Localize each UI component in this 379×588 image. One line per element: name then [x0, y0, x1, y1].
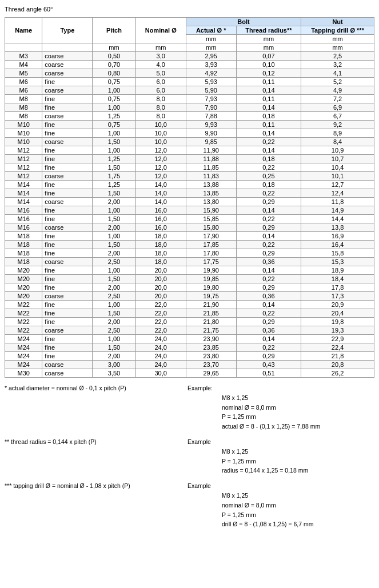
- table-cell: 0,29: [236, 318, 301, 326]
- table-cell: 0,14: [236, 232, 301, 241]
- table-cell: 24,0: [135, 352, 186, 361]
- table-row: M8fine1,008,07,900,146,9: [5, 103, 374, 112]
- table-cell: 0,14: [236, 103, 301, 112]
- table-cell: 6,0: [135, 78, 186, 86]
- table-cell: 20,8: [301, 361, 374, 369]
- note-block-2: ** thread radius = 0,144 x pitch (P) Exa…: [5, 437, 374, 475]
- table-cell: M24: [5, 335, 42, 343]
- table-cell: 13,8: [301, 223, 374, 232]
- table-cell: 10,9: [301, 146, 374, 155]
- example-line: M8 x 1,25: [222, 393, 374, 403]
- table-cell: 0,29: [236, 283, 301, 292]
- group-bolt-header: Bolt: [186, 18, 301, 26]
- table-cell: M24: [5, 361, 42, 369]
- table-cell: 0,22: [236, 309, 301, 318]
- table-cell: 5,90: [186, 86, 236, 95]
- table-cell: M24: [5, 352, 42, 361]
- note-1-example-content: M8 x 1,25nominal Ø = 8,0 mmP = 1,25 mmac…: [222, 393, 374, 431]
- table-cell: 18,0: [135, 258, 186, 266]
- note-2-example: Example M8 x 1,25P = 1,25 mmradius = 0,1…: [187, 437, 374, 475]
- table-cell: 0,75: [93, 78, 135, 86]
- table-cell: 6,9: [301, 103, 374, 112]
- table-cell: 4,92: [186, 69, 236, 78]
- table-cell: coarse: [42, 258, 93, 266]
- table-row: M3coarse0,503,02,950,072,5: [5, 52, 374, 61]
- table-cell: 0,18: [236, 181, 301, 189]
- table-cell: 3,00: [93, 361, 135, 369]
- table-cell: 5,93: [186, 78, 236, 86]
- table-cell: 12,0: [135, 163, 186, 172]
- table-cell: M16: [5, 206, 42, 215]
- table-cell: fine: [42, 78, 93, 86]
- table-cell: 11,8: [301, 198, 374, 206]
- table-cell: 0,25: [236, 172, 301, 181]
- table-cell: 2,00: [93, 223, 135, 232]
- table-cell: 15,8: [301, 249, 374, 258]
- table-cell: 0,36: [236, 258, 301, 266]
- table-cell: M10: [5, 138, 42, 146]
- table-cell: 24,0: [135, 343, 186, 352]
- table-cell: M12: [5, 146, 42, 155]
- table-cell: 3,93: [186, 61, 236, 69]
- table-cell: 0,14: [236, 146, 301, 155]
- table-cell: 0,22: [236, 241, 301, 249]
- table-cell: 0,11: [236, 78, 301, 86]
- table-cell: 0,22: [236, 163, 301, 172]
- table-row: M18fine1,5018,017,850,2216,4: [5, 241, 374, 249]
- table-cell: 4,1: [301, 69, 374, 78]
- table-row: M18coarse2,5018,017,750,3615,3: [5, 258, 374, 266]
- example-line: nominal Ø = 8,0 mm: [222, 501, 374, 510]
- note-1-example-label: Example:: [187, 385, 213, 391]
- table-cell: fine: [42, 181, 93, 189]
- table-cell: coarse: [42, 86, 93, 95]
- table-cell: M14: [5, 189, 42, 198]
- table-cell: 22,0: [135, 318, 186, 326]
- table-cell: 14,0: [135, 198, 186, 206]
- table-cell: 21,75: [186, 326, 236, 335]
- table-cell: 0,12: [236, 69, 301, 78]
- table-cell: 10,4: [301, 163, 374, 172]
- table-cell: 2,5: [301, 52, 374, 61]
- table-cell: 4,0: [135, 61, 186, 69]
- table-row: M20coarse2,5020,019,750,3617,3: [5, 292, 374, 301]
- unit-nominal: mm: [135, 43, 186, 52]
- table-cell: M20: [5, 283, 42, 292]
- table-cell: 8,4: [301, 138, 374, 146]
- table-cell: 2,00: [93, 318, 135, 326]
- table-cell: fine: [42, 155, 93, 163]
- table-row: M10fine0,7510,09,930,119,2: [5, 121, 374, 129]
- table-cell: 17,75: [186, 258, 236, 266]
- table-cell: 8,0: [135, 103, 186, 112]
- table-cell: fine: [42, 95, 93, 103]
- table-cell: M22: [5, 326, 42, 335]
- table-cell: 20,0: [135, 292, 186, 301]
- table-cell: 0,11: [236, 121, 301, 129]
- table-cell: 6,0: [135, 86, 186, 95]
- table-cell: 1,00: [93, 266, 135, 275]
- table-cell: 1,00: [93, 206, 135, 215]
- note-block-3: *** tapping drill Ø = nominal Ø - 1,08 x…: [5, 481, 374, 529]
- table-cell: 14,0: [135, 181, 186, 189]
- table-cell: 19,90: [186, 266, 236, 275]
- table-cell: 30,0: [135, 369, 186, 378]
- table-cell: 0,22: [236, 189, 301, 198]
- table-cell: M12: [5, 155, 42, 163]
- table-cell: 1,25: [93, 112, 135, 121]
- example-line: P = 1,25 mm: [222, 510, 374, 520]
- table-cell: 13,80: [186, 198, 236, 206]
- table-cell: 12,0: [135, 146, 186, 155]
- table-cell: 20,9: [301, 301, 374, 309]
- table-cell: 2,00: [93, 198, 135, 206]
- table-cell: 0,14: [236, 335, 301, 343]
- table-row: M16fine1,5016,015,850,2214,4: [5, 215, 374, 223]
- table-cell: 13,88: [186, 181, 236, 189]
- table-cell: 19,3: [301, 326, 374, 335]
- table-cell: 23,85: [186, 343, 236, 352]
- table-cell: fine: [42, 335, 93, 343]
- table-cell: 0,18: [236, 112, 301, 121]
- table-cell: 17,85: [186, 241, 236, 249]
- table-cell: 10,7: [301, 155, 374, 163]
- table-row: M16fine1,0016,015,900,1414,9: [5, 206, 374, 215]
- note-2-text: ** thread radius = 0,144 x pitch (P): [5, 437, 176, 475]
- table-cell: 22,4: [301, 343, 374, 352]
